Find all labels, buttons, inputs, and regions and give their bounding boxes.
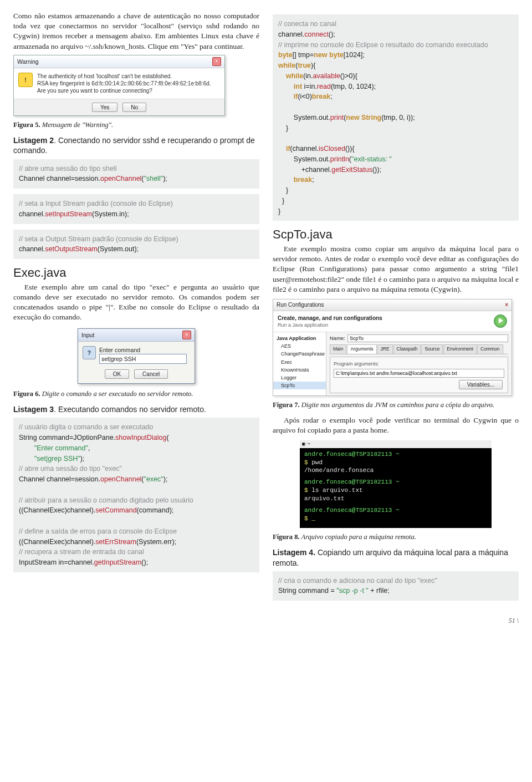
warning-line: The authenticity of host 'localhost' can…: [37, 73, 220, 80]
name-input[interactable]: [347, 334, 508, 342]
listing-2-code-c: // seta a Output Stream padrão (console …: [13, 230, 259, 260]
warning-line: Are you sure you want to continue connec…: [37, 87, 220, 94]
warning-dialog: Warning × ! The authenticity of host 'lo…: [13, 55, 225, 116]
variables-button[interactable]: Variables...: [459, 380, 503, 390]
listing-2-title: Listagem 2. Conectando no servidor sshd …: [13, 135, 259, 155]
warning-line: RSA key fingerprint is 6d:fc:00:14:2c:80…: [37, 80, 220, 87]
yes-button[interactable]: Yes: [92, 103, 117, 113]
input-dialog-label: Enter command: [99, 346, 190, 354]
runconfig-window-title: Run Configurations: [277, 301, 324, 309]
tab-jre[interactable]: JRE: [377, 344, 393, 353]
exec-java-paragraph: Este exemplo abre um canal do tipo "exec…: [13, 282, 259, 323]
cancel-button[interactable]: Cancel: [134, 369, 168, 379]
figure-7-caption: Figura 7. Digite nos argumentos da JVM o…: [273, 400, 519, 410]
close-icon[interactable]: ×: [212, 57, 221, 66]
input-dialog: Input × ? Enter command set|grep SSH OK …: [78, 328, 195, 384]
listing-4-title: Listagem 4. Copiando um arquivo da máqui…: [273, 547, 519, 567]
right-code-top: // conecta no canal channel.connect(); /…: [273, 14, 519, 221]
runconfig-header: Create, manage, and run configurations: [278, 314, 382, 322]
run-icon: [494, 314, 507, 328]
command-input[interactable]: set|grep SSH: [99, 354, 187, 364]
sidebar-item[interactable]: ChangePassphrase: [273, 350, 326, 358]
question-icon: ?: [83, 346, 96, 359]
tab-environment[interactable]: Environment: [443, 344, 477, 353]
sidebar-item[interactable]: Java Application: [273, 334, 326, 342]
tab-classpath[interactable]: Classpath: [393, 344, 421, 353]
close-icon[interactable]: ×: [182, 331, 191, 339]
figure-8-caption: Figura 8. Arquivo copiado para a máquina…: [273, 532, 519, 542]
exec-java-heading: Exec.java: [13, 265, 259, 281]
sidebar-item[interactable]: Exec: [273, 358, 326, 366]
listing-3-code: // usuário digita o comando a ser execut…: [13, 418, 259, 572]
ok-button[interactable]: OK: [105, 369, 129, 379]
runconfig-sub: Run a Java application: [278, 322, 382, 328]
scpto-paragraph: Este exemplo mostra como copiar um arqui…: [273, 244, 519, 294]
runconfig-sidebar: Java Application AES ChangePassphrase Ex…: [273, 332, 326, 395]
run-configurations-dialog: Run Configurations × Create, manage, and…: [273, 299, 512, 396]
name-label: Name:: [330, 335, 345, 342]
cygwin-terminal: ▣ ~ andre.fonseca@TSP3182113 ~ $ pwd /ho…: [300, 440, 492, 529]
tab-common[interactable]: Common: [477, 344, 503, 353]
no-button[interactable]: No: [122, 103, 146, 113]
terminal-icon: ▣: [302, 441, 305, 448]
figure-6-caption: Figura 6. Digite o comando a ser executa…: [13, 389, 259, 399]
listing-2-code-a: // abre uma sessão do tipo shell Channel…: [13, 159, 259, 189]
tab-arguments[interactable]: Arguments: [347, 344, 376, 353]
sidebar-item[interactable]: Logger: [273, 374, 326, 382]
intro-paragraph: Como não estamos armazenando a chave de …: [13, 11, 259, 52]
scpto-heading: ScpTo.java: [273, 226, 519, 243]
warning-icon: !: [18, 73, 33, 87]
sidebar-item-selected[interactable]: ScpTo: [273, 382, 326, 389]
sidebar-item[interactable]: KnownHosts: [273, 366, 326, 374]
page-footer: 51 \: [13, 616, 519, 625]
figure-5-caption: Figura 5. Mensagem de "Warning".: [13, 120, 259, 130]
program-arguments-label: Program arguments:: [334, 360, 504, 367]
tab-main[interactable]: Main: [330, 344, 346, 353]
listing-3-title: Listagem 3. Executando comandos no servi…: [13, 404, 259, 414]
close-icon[interactable]: ×: [505, 301, 508, 309]
sidebar-item[interactable]: AES: [273, 342, 326, 350]
input-dialog-title: Input: [81, 331, 94, 339]
warning-title: Warning: [17, 58, 39, 65]
program-arguments-input[interactable]: [334, 369, 504, 378]
after-run-paragraph: Após rodar o exemplo você pode verificar…: [273, 415, 519, 435]
tab-source[interactable]: Source: [421, 344, 443, 353]
listing-4-code: // cria o comando e adiciona no canal do…: [273, 571, 519, 601]
listing-2-code-b: // seta a Input Stream padrão (console d…: [13, 194, 259, 224]
